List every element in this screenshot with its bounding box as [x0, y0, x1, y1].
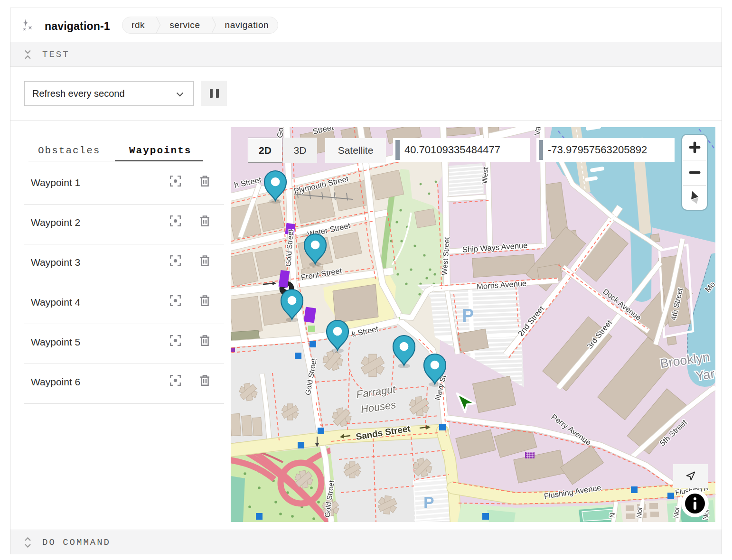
svg-text:Nor: Nor — [672, 506, 681, 519]
svg-text:Go: Go — [275, 127, 285, 138]
svg-text:Va: Va — [533, 127, 542, 136]
svg-text:Nor: Nor — [635, 506, 644, 519]
svg-text:West: West — [480, 167, 489, 184]
svg-text:N: N — [608, 512, 617, 518]
svg-text:P: P — [423, 493, 434, 511]
svg-text:P: P — [462, 306, 474, 326]
